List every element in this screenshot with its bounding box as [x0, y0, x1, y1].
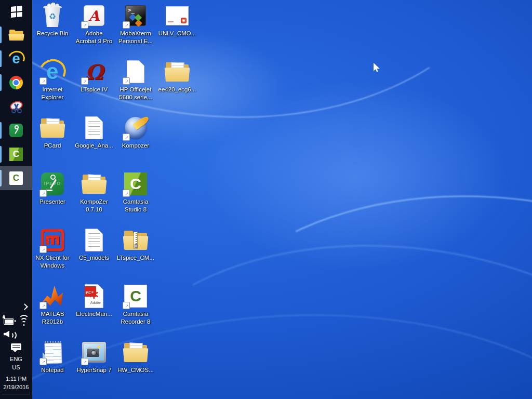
- icon-label: HP Officejet 5600 serie...: [119, 86, 152, 101]
- folder-icon: [41, 117, 64, 139]
- desktop-icon-nx-client-for-windows[interactable]: NX Client for Windows: [32, 228, 73, 269]
- desktop-icon-adobe-acrobat-9-pro[interactable]: Adobe Acrobat 9 Pro: [73, 3, 115, 45]
- shortcut-arrow-icon: [39, 358, 47, 365]
- language-primary: ENG: [0, 355, 32, 363]
- desktop-icon-mobaxterm[interactable]: MobaXterm Personal E...: [115, 3, 156, 45]
- desktop-icon-electricman[interactable]: ElectricMan...: [73, 284, 115, 318]
- desktop-icon-kompozer[interactable]: Kompozer: [115, 115, 156, 150]
- shortcut-arrow-icon: [81, 77, 88, 85]
- internet-explorer-icon: [8, 51, 24, 66]
- icon-label: KompoZer 0.7.10: [80, 198, 108, 213]
- desktop-icon-unlv-cmo[interactable]: UNLV_CMO...: [156, 3, 198, 37]
- scissors-snip-icon: [9, 100, 23, 113]
- desktop-icon-internet-explorer[interactable]: Internet Explorer: [32, 59, 73, 101]
- show-hidden-icons-button[interactable]: [0, 301, 32, 312]
- zip-folder-icon: [124, 229, 148, 251]
- desktop-icon-recycle-bin[interactable]: Recycle Bin: [32, 3, 73, 37]
- desktop-icon-hp-officejet-5600[interactable]: HP Officejet 5600 serie...: [115, 59, 156, 101]
- taskbar-button-chrome[interactable]: [0, 71, 32, 95]
- wallpaper-light-arc: [103, 122, 532, 399]
- icon-label: MobaXterm Personal E...: [118, 30, 153, 45]
- camtasia-recorder-icon: [9, 171, 23, 185]
- ipevo-presenter-icon: [9, 124, 23, 137]
- icon-label: LTspice IV: [81, 86, 108, 94]
- taskbar-buttons: [0, 0, 32, 190]
- volume-row: [0, 328, 32, 340]
- desktop-icon-hw-cmos[interactable]: HW_CMOS...: [115, 340, 156, 374]
- taskbar-button-ipevo-presenter[interactable]: [0, 118, 32, 142]
- desktop-icon-hypersnap-7[interactable]: HyperSnap 7: [73, 340, 115, 374]
- icon-label: HyperSnap 7: [76, 366, 111, 374]
- clock[interactable]: 1:11 PM 2/19/2016: [0, 375, 32, 391]
- file-explorer-icon: [9, 30, 23, 41]
- keyboard-row: [0, 340, 32, 353]
- taskbar: ENG US 1:11 PM 2/19/2016: [0, 0, 32, 399]
- folder-icon: [165, 61, 189, 83]
- taskbar-button-hypersnap[interactable]: [0, 95, 32, 118]
- icon-label: NX Client for Windows: [35, 254, 69, 269]
- icon-label: Recycle Bin: [37, 30, 69, 37]
- desktop-icon-camtasia-recorder-8[interactable]: Camtasia Recorder 8: [115, 284, 156, 325]
- icon-label: LTspice_CM...: [117, 254, 154, 262]
- document-with-logo-icon: [166, 6, 189, 25]
- running-indicator: [0, 26, 2, 43]
- shortcut-arrow-icon: [81, 358, 88, 365]
- shortcut-arrow-icon: [39, 302, 47, 309]
- status-icons-row: [0, 315, 32, 328]
- shortcut-arrow-icon: [81, 21, 88, 29]
- taskbar-button-file-explorer[interactable]: [0, 23, 32, 47]
- chevron-right-icon: [21, 303, 28, 310]
- icon-label: UNLV_CMO...: [158, 30, 196, 37]
- clock-time: 1:11 PM: [0, 375, 32, 383]
- running-indicator: [0, 50, 2, 67]
- shortcut-arrow-icon: [39, 190, 47, 197]
- desktop-icon-c5-models[interactable]: C5_models: [73, 228, 115, 262]
- taskbar-button-camtasia-studio[interactable]: [0, 142, 32, 166]
- desktop-icon-ltspice-iv[interactable]: LTspice IV: [73, 59, 115, 94]
- desktop-icon-pcard[interactable]: PCard: [32, 115, 73, 150]
- desktop-icon-ee420-ecg6[interactable]: ee420_ecg6...: [156, 59, 198, 94]
- shortcut-arrow-icon: [123, 190, 130, 197]
- icon-label: Notepad: [41, 366, 63, 374]
- icon-label: Google_Ana...: [75, 142, 113, 150]
- taskbar-button-internet-explorer[interactable]: [0, 47, 32, 71]
- wifi-icon[interactable]: [19, 318, 29, 326]
- show-desktop-button[interactable]: [2, 394, 30, 399]
- desktop-icon-ltspice-cm[interactable]: LTspice_CM...: [115, 228, 156, 262]
- battery-charging-icon[interactable]: [4, 318, 14, 325]
- shortcut-arrow-icon: [123, 302, 130, 309]
- icon-label: HW_CMOS...: [117, 366, 154, 374]
- shortcut-arrow-icon: [39, 246, 47, 253]
- icon-label: Kompozer: [122, 142, 149, 150]
- running-indicator: [0, 122, 2, 139]
- volume-icon[interactable]: [4, 330, 14, 338]
- running-indicator: [0, 74, 2, 91]
- shortcut-arrow-icon: [123, 21, 130, 29]
- camtasia-studio-icon: [9, 148, 23, 161]
- language-indicator[interactable]: ENG US: [0, 355, 32, 371]
- icon-label: Presenter: [39, 198, 65, 206]
- taskbar-button-camtasia-recorder[interactable]: [0, 166, 32, 190]
- desktop-wallpaper: Recycle BinAdobe Acrobat 9 ProMobaXterm …: [0, 0, 532, 399]
- wallpaper-glow: [202, 80, 511, 272]
- desktop-icon-presenter[interactable]: Presenter: [32, 171, 73, 206]
- touch-keyboard-icon[interactable]: [11, 343, 21, 350]
- desktop-icon-camtasia-studio-8[interactable]: Camtasia Studio 8: [115, 171, 156, 213]
- desktop-icon-notepad[interactable]: Notepad: [32, 340, 73, 374]
- shortcut-arrow-icon: [123, 77, 130, 85]
- desktop-icon-google-ana[interactable]: Google_Ana...: [73, 115, 115, 150]
- desktop-icon-kompozer-0-7-10[interactable]: KompoZer 0.7.10: [73, 171, 115, 213]
- windows-logo-icon: [11, 6, 22, 18]
- start-button[interactable]: [0, 0, 32, 23]
- icon-label: Internet Explorer: [42, 86, 64, 101]
- text-document-icon: [85, 116, 103, 139]
- folder-icon: [124, 341, 148, 363]
- chrome-icon: [9, 76, 23, 89]
- recycle-symbol-icon: [43, 11, 62, 21]
- running-indicator: [0, 146, 2, 163]
- icon-label: ee420_ecg6...: [158, 86, 196, 94]
- desktop-icon-matlab-r2012b[interactable]: MATLAB R2012b: [32, 284, 73, 325]
- icon-label: MATLAB R2012b: [41, 310, 64, 325]
- language-secondary: US: [0, 363, 32, 371]
- text-document-icon: [85, 229, 103, 251]
